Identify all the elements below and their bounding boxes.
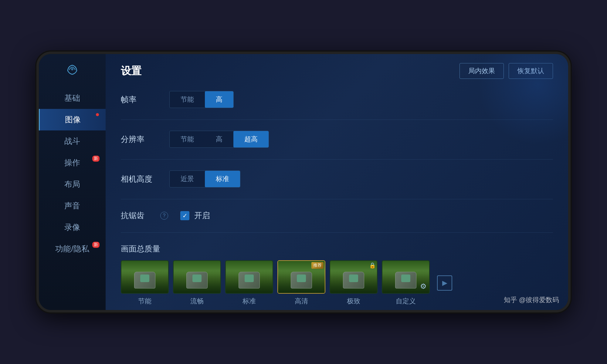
quality-thumb-liuchang xyxy=(173,260,221,294)
sidebar-item-shengyin[interactable]: 声音 xyxy=(39,195,106,217)
sidebar-item-tuxiang[interactable]: 图像 xyxy=(39,109,106,130)
quality-label-jizhi: 极致 xyxy=(347,297,360,306)
resolution-option-chaogao[interactable]: 超高 xyxy=(233,131,269,147)
quality-section: 画面总质量 节能 xyxy=(121,244,553,306)
quality-item-zidingyi[interactable]: ⚙ 自定义 xyxy=(382,260,430,306)
camera-options: 近景 标准 xyxy=(169,170,240,187)
header-buttons: 局内效果 恢复默认 xyxy=(459,63,553,79)
antialias-toggle-label: 开启 xyxy=(194,210,210,221)
sidebar-item-caozuo[interactable]: 操作 新 xyxy=(39,152,106,174)
sidebar-item-jichui[interactable]: 基础 xyxy=(39,87,106,109)
antialias-row: 抗锯齿 ? ✓ 开启 xyxy=(121,210,553,221)
divider-3 xyxy=(121,199,553,199)
quality-thumb-zidingyi: ⚙ xyxy=(382,260,430,294)
sidebar-item-gongneng[interactable]: 功能/隐私 新 xyxy=(39,238,106,260)
framerate-row: 帧率 节能 高 xyxy=(121,91,553,108)
camera-option-biaozhun[interactable]: 标准 xyxy=(205,171,240,187)
framerate-label: 帧率 xyxy=(121,94,157,105)
antialias-label: 抗锯齿 xyxy=(121,210,157,221)
quality-label-zidingyi: 自定义 xyxy=(396,297,416,306)
resolution-row: 分辨率 节能 高 超高 xyxy=(121,131,553,148)
quality-item-liuchang[interactable]: 流畅 xyxy=(173,260,221,306)
recommend-badge: 推荐 xyxy=(311,262,324,269)
header: 设置 局内效果 恢复默认 xyxy=(121,63,553,79)
antialias-checkbox-row: ✓ 开启 xyxy=(180,210,210,221)
sidebar-label-zhandou: 战斗 xyxy=(64,136,80,146)
divider-1 xyxy=(121,120,553,120)
quality-title: 画面总质量 xyxy=(121,244,553,254)
quality-thumb-gaoqing: 推荐 xyxy=(277,260,325,294)
resolution-options: 节能 高 超高 xyxy=(169,131,269,148)
sidebar-item-buju[interactable]: 布局 xyxy=(39,174,106,195)
sidebar-label-luxiang: 录像 xyxy=(64,223,80,232)
phone-frame: 基础 图像 战斗 操作 新 布局 声音 录像 功能/隐私 新 xyxy=(36,52,571,312)
quality-item-jieneng[interactable]: 节能 xyxy=(121,260,169,306)
sidebar-label-shengyin: 声音 xyxy=(64,201,80,210)
sidebar-label-tuxiang: 图像 xyxy=(65,115,81,124)
new-badge-caozuo: 新 xyxy=(92,156,100,162)
quality-thumb-jizhi: 🔒 xyxy=(330,260,378,294)
sidebar: 基础 图像 战斗 操作 新 布局 声音 录像 功能/隐私 新 xyxy=(39,54,106,310)
lock-icon: 🔒 xyxy=(369,262,376,269)
page-title: 设置 xyxy=(121,64,141,78)
antialias-checkbox[interactable]: ✓ xyxy=(180,211,189,220)
quality-item-jizhi[interactable]: 🔒 极致 xyxy=(330,260,378,306)
quality-thumb-jieneng xyxy=(121,260,169,294)
svg-point-0 xyxy=(71,68,73,70)
app-logo xyxy=(63,60,81,78)
sidebar-item-zhandou[interactable]: 战斗 xyxy=(39,130,106,152)
quality-label-biaozhun: 标准 xyxy=(242,297,256,306)
quality-thumb-biaozhun xyxy=(225,260,273,294)
antialias-label-group: 抗锯齿 ? xyxy=(121,210,168,221)
gear-icon: ⚙ xyxy=(420,282,427,291)
sidebar-label-gongneng: 功能/隐私 xyxy=(55,244,89,253)
framerate-option-jieneng[interactable]: 节能 xyxy=(170,91,205,108)
new-badge-gongneng: 新 xyxy=(92,242,100,248)
sidebar-label-buju: 布局 xyxy=(64,180,80,189)
quality-label-jieneng: 节能 xyxy=(138,297,151,306)
quality-grid: 节能 流畅 xyxy=(121,260,430,306)
reset-button[interactable]: 恢复默认 xyxy=(509,63,553,79)
framerate-option-gao[interactable]: 高 xyxy=(205,91,233,108)
resolution-option-jieneng[interactable]: 节能 xyxy=(170,131,205,147)
divider-4 xyxy=(121,232,553,233)
active-dot xyxy=(96,113,99,116)
sidebar-label-jichui: 基础 xyxy=(64,93,80,103)
resolution-label: 分辨率 xyxy=(121,134,157,145)
sidebar-item-luxiang[interactable]: 录像 xyxy=(39,217,106,238)
sidebar-label-caozuo: 操作 xyxy=(64,158,80,167)
camera-row: 相机高度 近景 标准 xyxy=(121,170,553,187)
framerate-options: 节能 高 xyxy=(169,91,234,108)
divider-2 xyxy=(121,159,553,160)
antialias-help-icon[interactable]: ? xyxy=(160,212,168,220)
play-button[interactable]: ▶ xyxy=(437,275,452,291)
quality-label-gaoqing: 高清 xyxy=(295,297,308,306)
quality-item-gaoqing[interactable]: 推荐 高清 xyxy=(277,260,325,306)
watermark: 知乎 @彼得爱数码 xyxy=(504,295,559,305)
camera-option-jinjing[interactable]: 近景 xyxy=(170,171,205,187)
main-content: 设置 局内效果 恢复默认 帧率 节能 高 分辨率 节能 高 超高 xyxy=(106,54,568,310)
quality-label-liuchang: 流畅 xyxy=(190,297,204,306)
resolution-option-gao[interactable]: 高 xyxy=(205,131,233,147)
quality-item-biaozhun[interactable]: 标准 xyxy=(225,260,273,306)
camera-label: 相机高度 xyxy=(121,174,157,184)
effect-button[interactable]: 局内效果 xyxy=(459,63,504,79)
